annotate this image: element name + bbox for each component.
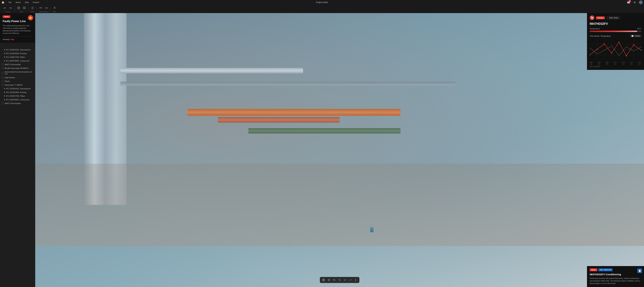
- svg-rect-9: [45, 7, 48, 8]
- svg-point-24: [230, 81, 230, 82]
- sidebar-item-light-fixtures[interactable]: Light fixtures: [0, 76, 35, 79]
- severity-label: Severity:: [3, 38, 10, 40]
- svg-point-15: [206, 46, 206, 46]
- svg-point-16: [248, 57, 248, 57]
- scene-elements: [35, 13, 322, 144]
- measurement-tool-1[interactable]: [38, 5, 44, 10]
- sidebar-item-11[interactable]: IFC-223425456- Runway: [0, 90, 35, 94]
- top-nav: 🏠 File Scene Data Present Project name |…: [0, 0, 322, 5]
- model-section: Model: [30, 5, 35, 12]
- tags-label: Tags: [20, 11, 23, 12]
- svg-point-30: [266, 117, 267, 117]
- svg-point-2: [24, 7, 25, 8]
- toolbar: ↩ ↪ Canvas Tags: [0, 5, 322, 13]
- sidebar-item-12[interactable]: IFC-234357789- Pillars: [0, 94, 35, 98]
- item-dot: [4, 53, 5, 54]
- item-dot: [4, 95, 5, 96]
- canvas-label: Canvas: [5, 11, 10, 12]
- model-label: Model: [30, 11, 35, 12]
- severity-value: High: [10, 38, 14, 40]
- svg-point-17: [291, 40, 291, 40]
- item-checkbox[interactable]: [2, 63, 4, 65]
- toolbar-div-4: [50, 6, 51, 11]
- sidebar-item-6[interactable]: Archmodels from Archmodels vol. 271: [0, 70, 35, 76]
- svg-point-14: [169, 62, 170, 63]
- item-dot: [4, 88, 5, 89]
- measurement-tool-2[interactable]: [44, 5, 49, 10]
- svg-point-29: [218, 122, 218, 123]
- alerts-divider: [3, 36, 32, 37]
- tags-section: Tags: [16, 5, 27, 12]
- measurement-label: Measurement: [39, 11, 48, 12]
- toolbar-div-2: [28, 6, 28, 11]
- sidebar-item-2[interactable]: IFC-234357789- Pillars: [0, 55, 35, 59]
- tags-tool-2[interactable]: [22, 5, 27, 10]
- svg-point-23: [157, 95, 157, 95]
- alerts-description: The malfunctioning power line in the nor…: [3, 24, 32, 34]
- nav-scene[interactable]: Scene: [15, 1, 22, 4]
- sidebar-item-3[interactable]: IFC-256678953- Living room: [0, 59, 35, 63]
- item-dot: [4, 49, 5, 50]
- alerts-severity: Severity: High: [3, 38, 32, 40]
- nav-present[interactable]: Present: [32, 1, 40, 4]
- item-checkbox[interactable]: [2, 72, 4, 74]
- rpc-section: RPC: [52, 5, 57, 12]
- svg-point-31: [309, 128, 309, 128]
- sidebar-item-0[interactable]: IFC-234324423- OpeningTree: [0, 48, 35, 52]
- rpc-tool-1[interactable]: [52, 5, 57, 10]
- sidebar-item-skyscraper[interactable]: Skyscraper 77 AM271: [0, 83, 35, 87]
- canvas-section: ↩ ↪ Canvas: [2, 5, 13, 12]
- svg-point-12: [54, 7, 55, 8]
- measurement-section: Measurement: [38, 5, 49, 12]
- canvas-tool-2[interactable]: ↪: [8, 5, 13, 10]
- alerts-title: Faulty Power Line: [3, 19, 32, 23]
- item-dot: [4, 99, 5, 100]
- toolbar-div-3: [36, 6, 37, 11]
- project-title: Project name: [316, 1, 322, 3]
- item-checkbox[interactable]: [2, 80, 4, 82]
- sidebar-item-plants[interactable]: Plants: [0, 79, 35, 83]
- item-checkbox[interactable]: [2, 102, 4, 104]
- sidebar-item-5[interactable]: Bundle skyscraper 80 AM271: [0, 66, 35, 70]
- nav-data[interactable]: Data: [24, 1, 29, 4]
- nav-divider-1: [6, 1, 6, 4]
- svg-rect-5: [40, 7, 42, 8]
- item-checkbox[interactable]: [2, 84, 4, 86]
- alerts-badge: Alerts: [3, 15, 10, 18]
- alerts-icon: 🔔: [28, 15, 33, 20]
- viewport[interactable]: Zoom: 100% | Camera: 172.501 m: [35, 13, 322, 144]
- home-icon[interactable]: 🏠: [1, 1, 4, 4]
- model-tool-1[interactable]: [30, 5, 35, 10]
- item-checkbox[interactable]: [2, 67, 4, 69]
- canvas-tool-1[interactable]: ↩: [2, 5, 8, 10]
- item-dot: [4, 92, 5, 93]
- rpc-label: RPC: [53, 11, 56, 12]
- sidebar-item-10[interactable]: IFC-234324423- OpeningTree: [0, 87, 35, 90]
- sidebar-item-14[interactable]: AM271 Archmodels: [0, 101, 35, 105]
- svg-point-25: [309, 90, 310, 90]
- sidebar-item-4[interactable]: AM271 Archmodels: [0, 63, 35, 66]
- alerts-panel: Alerts 🔔 Faulty Power Line The malfuncti…: [0, 13, 35, 43]
- item-dot: [4, 57, 5, 58]
- main-area: IFC-234324423- OpeningTree IFC-223425456…: [0, 13, 322, 144]
- nav-file[interactable]: File: [8, 1, 12, 4]
- point-cloud-svg: [35, 13, 322, 144]
- item-dot: [4, 60, 5, 61]
- item-checkbox[interactable]: [2, 77, 4, 79]
- svg-point-13: [144, 54, 145, 54]
- sidebar-item-13[interactable]: IFC-256678953- Living room: [0, 98, 35, 101]
- tags-tool-1[interactable]: [16, 5, 21, 10]
- sidebar-item-1[interactable]: IFC-223425456- Runway: [0, 52, 35, 55]
- nav-menu: File Scene Data Present: [8, 1, 40, 4]
